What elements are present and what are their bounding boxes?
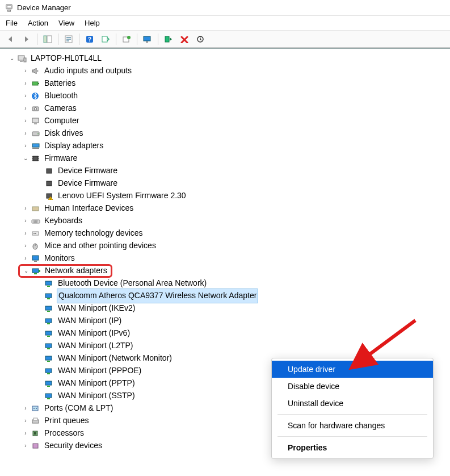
chevron-right-icon[interactable]: › <box>22 92 30 100</box>
tree-item-label: Bluetooth <box>43 89 79 103</box>
chevron-right-icon[interactable]: › <box>22 242 30 250</box>
svg-point-70 <box>36 408 37 409</box>
tree-child-device-firmware[interactable]: Device Firmware <box>2 177 448 190</box>
tree-root[interactable]: ⌄ LAPTOP-HL0TL4LL <box>2 52 448 65</box>
tree-item-disk-drives[interactable]: › Disk drives <box>2 127 448 140</box>
scan-button[interactable] <box>99 33 112 45</box>
context-menu-properties[interactable]: Properties <box>272 439 433 456</box>
tree-child-device-firmware[interactable]: Device Firmware <box>2 165 448 177</box>
forward-button[interactable] <box>20 33 33 45</box>
chevron-right-icon[interactable]: › <box>22 442 30 450</box>
monitor-button[interactable] <box>141 33 154 45</box>
tree-item-label: WAN Miniport (PPTP) <box>57 377 136 390</box>
chevron-right-icon[interactable]: › <box>22 429 30 437</box>
tree-item-mice[interactable]: › Mice and other pointing devices <box>2 240 448 252</box>
menu-action[interactable]: Action <box>28 19 48 27</box>
uninstall-device-button[interactable] <box>178 33 191 45</box>
enable-device-button[interactable] <box>162 33 175 45</box>
port-icon <box>31 404 41 413</box>
svg-point-13 <box>127 36 131 39</box>
svg-rect-66 <box>45 394 52 398</box>
chevron-right-icon[interactable]: › <box>22 417 30 425</box>
tree-item-firmware[interactable]: ⌄ Firmware <box>2 152 448 165</box>
svg-rect-15 <box>146 41 148 43</box>
chevron-right-icon[interactable]: › <box>22 80 30 87</box>
network-adapter-icon <box>44 354 54 363</box>
tree-child-wan-miniport[interactable]: WAN Miniport (IKEv2) <box>2 302 448 315</box>
tree-child-bluetooth-pan[interactable]: Bluetooth Device (Personal Area Network) <box>2 277 448 290</box>
svg-point-25 <box>35 108 37 110</box>
chip-icon <box>31 154 41 163</box>
chevron-right-icon[interactable]: › <box>22 229 30 237</box>
tree-item-batteries[interactable]: › Batteries <box>2 77 448 90</box>
tree-item-label: Computer <box>43 114 80 128</box>
tree-item-label: WAN Miniport (PPPOE) <box>57 364 142 378</box>
chevron-right-icon[interactable]: › <box>22 142 30 150</box>
tree-item-label: Human Interface Devices <box>43 202 134 215</box>
tree-item-bluetooth[interactable]: › Bluetooth <box>2 90 448 102</box>
device-tree[interactable]: ⌄ LAPTOP-HL0TL4LL › Audio inputs and out… <box>0 48 450 476</box>
tree-item-computer[interactable]: › Computer <box>2 115 448 127</box>
show-hide-tree-button[interactable] <box>41 33 54 45</box>
chevron-right-icon[interactable]: › <box>22 204 30 212</box>
menu-view[interactable]: View <box>58 19 74 27</box>
spacer <box>35 292 43 300</box>
svg-rect-2 <box>7 10 10 11</box>
tree-child-wan-miniport[interactable]: WAN Miniport (IP) <box>2 315 448 327</box>
svg-rect-47 <box>39 270 40 272</box>
tree-item-label: Firmware <box>43 152 78 165</box>
svg-rect-67 <box>47 398 50 399</box>
context-menu-uninstall-device[interactable]: Uninstall device <box>272 395 433 412</box>
svg-rect-19 <box>20 61 23 62</box>
toolbar-separator <box>58 34 58 45</box>
menu-file[interactable]: File <box>6 19 18 27</box>
spacer <box>35 304 43 312</box>
help-button[interactable]: ? <box>83 33 96 45</box>
svg-rect-59 <box>47 348 50 349</box>
network-adapter-icon <box>44 316 54 325</box>
context-menu-scan-hardware[interactable]: Scan for hardware changes <box>272 417 433 434</box>
bluetooth-icon <box>31 91 41 101</box>
tree-item-hid[interactable]: › Human Interface Devices <box>2 202 448 215</box>
svg-rect-34 <box>47 181 52 186</box>
chevron-down-icon[interactable]: ⌄ <box>8 55 16 62</box>
tree-item-cameras[interactable]: › Cameras <box>2 102 448 115</box>
tree-child-qualcomm-atheros[interactable]: Qualcomm Atheros QCA9377 Wireless Networ… <box>2 290 448 302</box>
chevron-right-icon[interactable]: › <box>22 254 30 262</box>
chevron-right-icon[interactable]: › <box>22 105 30 112</box>
tree-item-label: Lenovo UEFI System Firmware 2.30 <box>57 189 187 203</box>
back-button[interactable] <box>4 33 18 45</box>
svg-rect-55 <box>47 323 50 324</box>
tree-item-network-adapters[interactable]: ⌄ Network adapters <box>0 265 448 277</box>
spacer <box>35 329 43 337</box>
chevron-down-icon[interactable]: ⌄ <box>22 267 30 275</box>
tree-item-monitors[interactable]: › Monitors <box>2 252 448 265</box>
security-icon <box>31 441 41 450</box>
tree-item-display-adapters[interactable]: › Display adapters <box>2 140 448 152</box>
scan-hardware-button[interactable] <box>194 33 207 45</box>
tree-item-label: Network adapters <box>44 264 108 278</box>
context-menu-disable-device[interactable]: Disable device <box>272 378 433 395</box>
chevron-right-icon[interactable]: › <box>22 67 30 75</box>
tree-item-label: WAN Miniport (Network Monitor) <box>57 352 173 365</box>
chevron-right-icon[interactable]: › <box>22 404 30 412</box>
chevron-right-icon[interactable]: › <box>22 217 30 225</box>
properties-button[interactable] <box>62 33 75 45</box>
tree-child-lenovo-uefi[interactable]: ! Lenovo UEFI System Firmware 2.30 <box>2 190 448 202</box>
spacer <box>35 354 43 362</box>
tree-child-wan-miniport[interactable]: WAN Miniport (IPv6) <box>2 327 448 340</box>
chevron-down-icon[interactable]: ⌄ <box>22 155 30 162</box>
printer-icon <box>31 416 41 425</box>
chevron-right-icon[interactable]: › <box>22 117 30 125</box>
update-driver-button[interactable] <box>120 33 133 45</box>
svg-rect-18 <box>18 56 24 60</box>
chevron-right-icon[interactable]: › <box>22 130 30 137</box>
tree-item-audio[interactable]: › Audio inputs and outputs <box>2 65 448 77</box>
tree-item-memory-tech[interactable]: › Memory technology devices <box>2 227 448 240</box>
toolbar-separator <box>137 34 137 45</box>
context-menu-update-driver[interactable]: Update driver <box>272 361 433 378</box>
menu-help[interactable]: Help <box>85 19 100 27</box>
tree-root-label: LAPTOP-HL0TL4LL <box>30 52 103 65</box>
tree-item-keyboards[interactable]: › Keyboards <box>2 215 448 227</box>
tree-child-wan-miniport[interactable]: WAN Miniport (L2TP) <box>2 340 448 352</box>
